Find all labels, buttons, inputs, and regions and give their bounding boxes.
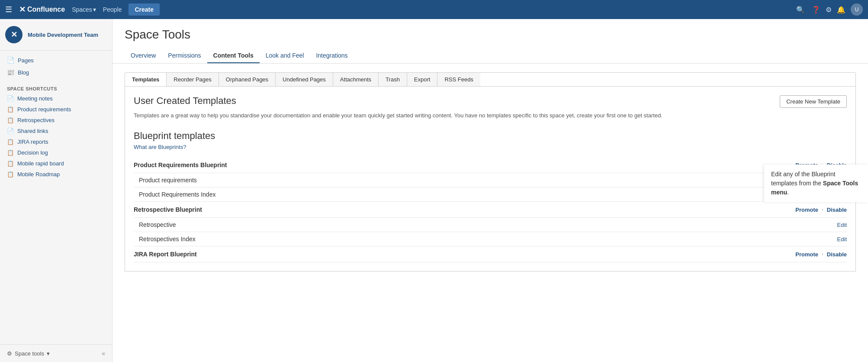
shortcut-jira-reports[interactable]: 📋 JIRA reports (0, 136, 112, 147)
collapse-sidebar-button[interactable]: « (102, 350, 105, 357)
blueprint-templates-title: Blueprint templates (134, 130, 847, 142)
sidebar-footer: ⚙ Space tools ▾ « (0, 344, 112, 362)
tab-look-and-feel[interactable]: Look and Feel (260, 48, 310, 63)
mobile-rapid-board-icon: 📋 (7, 160, 14, 167)
item-label-retrospective: Retrospective (134, 217, 594, 232)
pages-icon: 📄 (7, 57, 14, 64)
item-label-product-requirements-index: Product Requirements Index (134, 187, 594, 201)
inner-tab-undefined-pages[interactable]: Undefined Pages (276, 73, 333, 86)
user-avatar[interactable]: U (851, 3, 863, 16)
mobile-roadmap-icon: 📋 (7, 171, 14, 178)
avatar-initials: U (855, 6, 859, 13)
spaces-link[interactable]: Spaces (72, 6, 92, 13)
blueprint-group-product-requirements: Product Requirements Blueprint Promote ·… (134, 157, 847, 173)
spaces-menu[interactable]: Spaces ▾ (72, 6, 96, 13)
decision-log-icon: 📋 (7, 149, 14, 156)
blueprint-group-retrospective: Retrospective Blueprint Promote · Disabl… (134, 201, 847, 217)
space-tools-label: Space tools (15, 350, 44, 357)
blueprint-item-product-requirements: Product requirements Edit (134, 173, 847, 187)
meeting-notes-icon: 📄 (7, 95, 14, 102)
group-name-product-requirements: Product Requirements Blueprint (134, 157, 594, 173)
promote-jira-report-link[interactable]: Promote (795, 251, 818, 258)
mobile-roadmap-label: Mobile Roadmap (17, 171, 60, 178)
inner-tab-trash[interactable]: Trash (379, 73, 407, 86)
space-avatar: ✕ (5, 26, 23, 43)
blueprint-item-product-requirements-index: Product Requirements Index Edit (134, 187, 847, 201)
navbar: ☰ ✕ Confluence Spaces ▾ People Create 🔍 … (0, 0, 868, 19)
people-link[interactable]: People (103, 6, 122, 13)
tab-overview[interactable]: Overview (125, 48, 162, 63)
disable-retrospective-link[interactable]: Disable (827, 207, 847, 213)
meeting-notes-label: Meeting notes (17, 95, 53, 102)
separator-3: · (822, 251, 823, 258)
product-requirements-icon: 📋 (7, 106, 14, 113)
item-actions-retrospective: Edit (594, 217, 847, 232)
tab-integrations[interactable]: Integrations (310, 48, 354, 63)
shortcut-mobile-rapid-board[interactable]: 📋 Mobile rapid board (0, 158, 112, 169)
user-created-templates-title: User Created Templates (134, 95, 236, 107)
search-area: 🔍 (796, 6, 805, 14)
logo-x-icon: ✕ (19, 5, 26, 14)
space-name[interactable]: Mobile Development Team (28, 32, 98, 38)
space-header: ✕ Mobile Development Team (0, 19, 112, 51)
page-title: Space Tools (125, 28, 856, 42)
edit-retrospectives-index-link[interactable]: Edit (837, 236, 847, 242)
menu-icon[interactable]: ☰ (5, 5, 12, 14)
group-name-jira-report: JIRA Report Blueprint (134, 246, 594, 262)
sidebar-item-blog[interactable]: 📰 Blog (0, 66, 112, 78)
item-label-product-requirements: Product requirements (134, 173, 594, 187)
inner-tab-reorder-pages[interactable]: Reorder Pages (167, 73, 219, 86)
navbar-icons: ❓ ⚙ 🔔 U (812, 3, 863, 16)
item-label-retrospectives-index: Retrospectives Index (134, 232, 594, 246)
shortcut-decision-log[interactable]: 📋 Decision log (0, 147, 112, 158)
shortcut-retrospectives[interactable]: 📋 Retrospectives (0, 115, 112, 126)
space-tools-arrow: ▾ (47, 350, 50, 357)
space-tools-gear-icon: ⚙ (7, 350, 12, 357)
logo-text: Confluence (27, 6, 65, 13)
tab-content-tools[interactable]: Content Tools (207, 48, 260, 63)
product-requirements-label: Product requirements (17, 106, 71, 113)
inner-tab-orphaned-pages[interactable]: Orphaned Pages (219, 73, 276, 86)
shortcut-product-requirements[interactable]: 📋 Product requirements (0, 104, 112, 115)
inner-tab-attachments[interactable]: Attachments (333, 73, 379, 86)
blueprint-item-retrospective: Retrospective Edit (134, 217, 847, 232)
shortcuts-list: 📄 Meeting notes 📋 Product requirements 📋… (0, 93, 112, 180)
settings-icon[interactable]: ⚙ (826, 6, 832, 14)
shortcuts-section-label: SPACE SHORTCUTS (0, 82, 112, 93)
blueprint-callout: Edit any of the Blueprint templates from… (764, 165, 868, 202)
create-new-template-button[interactable]: Create New Template (780, 95, 847, 108)
disable-jira-report-link[interactable]: Disable (827, 251, 847, 258)
inner-tab-templates[interactable]: Templates (125, 73, 167, 87)
group-actions-jira-report: Promote · Disable (594, 246, 847, 262)
retrospectives-icon: 📋 (7, 117, 14, 123)
content-tools-tabs: Templates Reorder Pages Orphaned Pages U… (125, 72, 856, 87)
notifications-icon[interactable]: 🔔 (837, 6, 845, 14)
spaces-arrow[interactable]: ▾ (93, 6, 96, 13)
shortcut-mobile-roadmap[interactable]: 📋 Mobile Roadmap (0, 169, 112, 180)
tab-permissions[interactable]: Permissions (162, 48, 207, 63)
pages-label: Pages (18, 57, 34, 64)
space-tools-link[interactable]: ⚙ Space tools ▾ (7, 350, 50, 357)
blueprint-table: Product Requirements Blueprint Promote ·… (134, 157, 847, 262)
promote-retrospective-link[interactable]: Promote (795, 207, 818, 213)
what-are-blueprints-link[interactable]: What are Blueprints? (134, 144, 186, 150)
inner-tab-rss-feeds[interactable]: RSS Feeds (437, 73, 480, 86)
help-icon[interactable]: ❓ (812, 6, 820, 14)
mobile-rapid-board-label: Mobile rapid board (17, 160, 64, 167)
shortcut-shared-links[interactable]: 📄 Shared links (0, 126, 112, 136)
space-avatar-icon: ✕ (11, 30, 17, 39)
shared-links-label: Shared links (17, 128, 48, 134)
sidebar-navigation: 📄 Pages 📰 Blog (0, 51, 112, 82)
inner-tab-export[interactable]: Export (407, 73, 438, 86)
shortcut-meeting-notes[interactable]: 📄 Meeting notes (0, 93, 112, 104)
layout: ✕ Mobile Development Team 📄 Pages 📰 Blog… (0, 19, 868, 362)
sidebar-item-pages[interactable]: 📄 Pages (0, 54, 112, 66)
shared-links-icon: 📄 (7, 128, 14, 134)
edit-retrospective-link[interactable]: Edit (837, 222, 847, 228)
blog-icon: 📰 (7, 69, 14, 76)
search-icon[interactable]: 🔍 (796, 6, 805, 14)
space-tools-tabs: Overview Permissions Content Tools Look … (125, 48, 856, 63)
item-actions-retrospectives-index: Edit (594, 232, 847, 246)
group-name-retrospective: Retrospective Blueprint (134, 201, 594, 217)
create-button[interactable]: Create (129, 3, 160, 16)
